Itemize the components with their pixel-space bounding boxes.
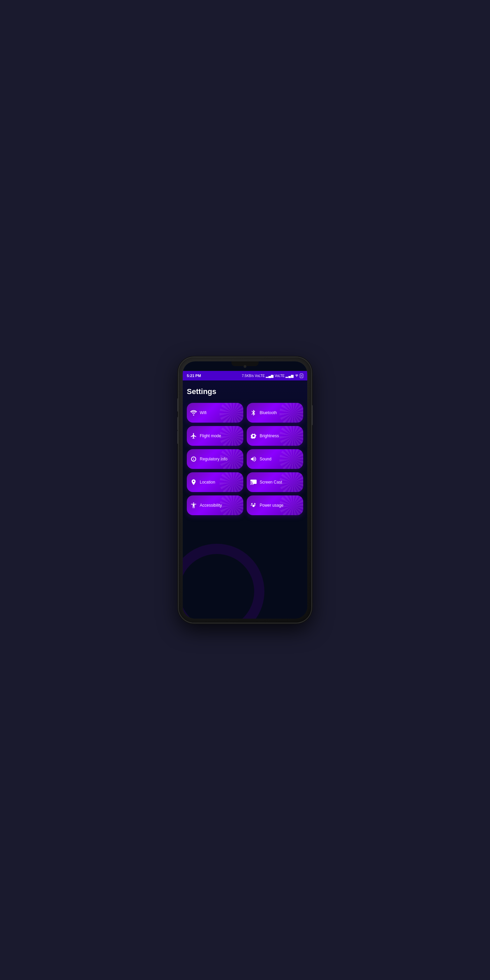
bluetooth-button[interactable]: Bluetooth <box>247 403 303 423</box>
sound-label: Sound <box>259 457 272 461</box>
location-icon <box>190 479 197 485</box>
wifi-icon <box>190 409 197 416</box>
speed-indicator: 7.5KB/s <box>242 374 254 378</box>
power-usage-button[interactable]: Power usage <box>247 495 303 515</box>
settings-grid: Wifi Bluetooth Flight mode <box>187 403 303 515</box>
power-icon <box>250 502 257 509</box>
camera-dot <box>243 365 247 368</box>
volte-icon1: VoLTE <box>255 374 265 378</box>
screen-content: Settings Wifi Bluetooth <box>183 380 307 619</box>
accessibility-icon <box>190 502 197 509</box>
wifi-button[interactable]: Wifi <box>187 403 243 423</box>
bluetooth-label: Bluetooth <box>259 410 277 415</box>
brightness-button[interactable]: Brightness <box>247 426 303 446</box>
screen-cast-label: Screen Cast <box>259 480 282 485</box>
signal-bars2: ▂▄▆ <box>285 374 293 378</box>
flight-mode-label: Flight mode <box>200 434 221 438</box>
battery-indicator: 4 <box>300 374 303 378</box>
regulatory-info-button[interactable]: Regulatory Info <box>187 449 243 469</box>
brightness-label: Brightness <box>259 434 279 438</box>
page-title: Settings <box>187 387 303 396</box>
cast-icon <box>250 479 257 485</box>
sound-icon <box>250 456 257 463</box>
status-bar: 5:21 PM 7.5KB/s VoLTE ▂▄▆ VoLTE ▂▄▆ 4 <box>183 371 307 380</box>
signal-bars1: ▂▄▆ <box>266 374 274 378</box>
accessibility-button[interactable]: Accessibility <box>187 495 243 515</box>
phone-screen: 5:21 PM 7.5KB/s VoLTE ▂▄▆ VoLTE ▂▄▆ 4 Se… <box>183 361 307 619</box>
volte-icon2: VoLTE <box>275 374 285 378</box>
regulatory-info-label: Regulatory Info <box>200 457 227 461</box>
sound-button[interactable]: Sound <box>247 449 303 469</box>
phone-device: 5:21 PM 7.5KB/s VoLTE ▂▄▆ VoLTE ▂▄▆ 4 Se… <box>179 357 311 623</box>
screen-cast-button[interactable]: Screen Cast <box>247 472 303 492</box>
location-button[interactable]: Location <box>187 472 243 492</box>
accessibility-label: Accessibility <box>200 503 222 508</box>
flight-mode-button[interactable]: Flight mode <box>187 426 243 446</box>
power-usage-label: Power usage <box>259 503 283 508</box>
flight-icon <box>190 433 197 439</box>
notch-bar <box>183 361 307 371</box>
regulatory-icon <box>190 456 197 463</box>
wifi-label: Wifi <box>200 410 207 415</box>
location-label: Location <box>200 480 215 485</box>
bluetooth-icon <box>250 409 257 416</box>
status-time: 5:21 PM <box>187 374 201 378</box>
brightness-icon <box>250 433 257 439</box>
status-right: 7.5KB/s VoLTE ▂▄▆ VoLTE ▂▄▆ 4 <box>242 374 303 378</box>
wifi-status-icon <box>295 374 299 378</box>
